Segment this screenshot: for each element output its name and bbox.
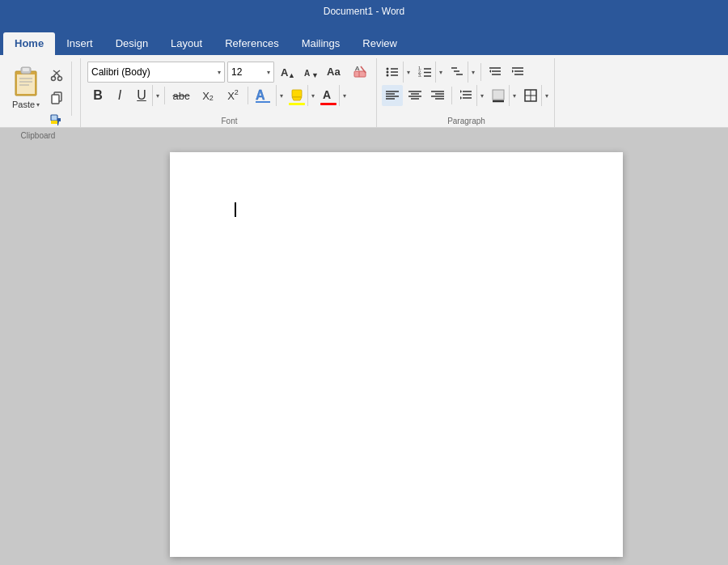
bullet-list-button[interactable]: [382, 62, 403, 83]
svg-point-32: [387, 71, 389, 74]
multilevel-list-button[interactable]: [447, 62, 468, 83]
svg-text:▼: ▼: [311, 71, 318, 79]
font-size-decrease[interactable]: A ▼: [300, 62, 321, 83]
bullet-list-group: ▾: [382, 62, 413, 83]
para-separator-2: [451, 87, 452, 104]
svg-text:A: A: [355, 65, 360, 72]
svg-marker-70: [460, 96, 462, 100]
font-color-dropdown[interactable]: ▾: [339, 85, 349, 106]
clear-format-icon: A: [353, 65, 367, 79]
svg-rect-3: [23, 68, 29, 71]
italic-button[interactable]: I: [109, 85, 130, 106]
highlight-dropdown[interactable]: ▾: [307, 85, 317, 106]
title-bar-text: Document1 - Word: [324, 6, 404, 17]
underline-button[interactable]: U: [131, 85, 152, 106]
svg-rect-16: [51, 121, 57, 124]
svg-marker-49: [489, 70, 491, 73]
align-center-button[interactable]: [404, 85, 425, 106]
font-name-arrow[interactable]: ▾: [218, 69, 221, 76]
change-case-button[interactable]: Aa: [324, 62, 346, 83]
copy-icon: [50, 91, 63, 104]
svg-rect-14: [52, 95, 59, 104]
align-left-icon: [386, 90, 399, 101]
line-spacing-button[interactable]: [455, 85, 476, 106]
svg-text:A: A: [304, 69, 310, 78]
font-size-arrow[interactable]: ▾: [267, 69, 270, 76]
highlight-group: ▾: [286, 85, 317, 106]
tab-design[interactable]: Design: [104, 32, 159, 55]
tab-home[interactable]: Home: [3, 32, 55, 55]
line-spacing-dropdown[interactable]: ▾: [476, 85, 486, 106]
decrease-indent-button[interactable]: [485, 62, 506, 83]
text-effects-button[interactable]: A: [251, 85, 275, 106]
cut-button[interactable]: [45, 65, 68, 86]
svg-marker-69: [460, 90, 462, 93]
svg-point-7: [52, 77, 56, 81]
align-right-button[interactable]: [427, 85, 448, 106]
text-cursor: [235, 202, 236, 217]
svg-line-10: [57, 73, 60, 77]
tab-insert[interactable]: Insert: [55, 32, 104, 55]
multilevel-list-group: ▾: [447, 62, 477, 83]
font-name-selector[interactable]: Calibri (Body) ▾: [87, 62, 225, 83]
line-spacing-icon: [459, 88, 473, 103]
ribbon-bar: Paste ▾: [0, 55, 728, 128]
scissors-icon: [50, 69, 63, 82]
borders-button[interactable]: [520, 85, 541, 106]
bullet-list-icon: [385, 65, 400, 79]
highlight-button[interactable]: [286, 85, 307, 106]
font-color-icon: A: [321, 89, 336, 102]
shading-button[interactable]: [488, 85, 509, 106]
font-color-button[interactable]: A: [318, 85, 339, 106]
font-size-selector[interactable]: 12 ▾: [227, 62, 274, 83]
font-grow-icon: A ▲: [280, 65, 294, 79]
subscript-button[interactable]: X2: [196, 85, 220, 106]
align-center-icon: [408, 90, 421, 101]
paste-button[interactable]: Paste ▾: [8, 62, 44, 111]
svg-rect-71: [493, 90, 504, 100]
superscript-button[interactable]: X2: [221, 85, 245, 106]
increase-indent-icon: [510, 65, 525, 79]
numbered-list-group: 1. 2. 3. ▾: [414, 62, 445, 83]
document-content[interactable]: [235, 201, 558, 525]
underline-dropdown[interactable]: ▾: [152, 85, 162, 106]
para-separator-1: [480, 63, 481, 81]
font-color-group: A ▾: [318, 85, 349, 106]
bullet-list-dropdown[interactable]: ▾: [403, 62, 413, 83]
borders-dropdown[interactable]: ▾: [541, 85, 551, 106]
svg-text:A: A: [256, 88, 265, 102]
format-painter-icon: [50, 114, 63, 127]
text-effects-icon: A: [254, 87, 272, 104]
svg-point-8: [58, 77, 62, 81]
align-right-icon: [431, 90, 444, 101]
clear-formatting-button[interactable]: A: [349, 62, 371, 83]
ribbon-tabs-container: Home Insert Design Layout References Mai…: [0, 23, 728, 55]
shading-icon: [491, 88, 506, 103]
svg-text:▲: ▲: [288, 71, 294, 79]
strikethrough-button[interactable]: abc: [167, 85, 195, 106]
shading-dropdown[interactable]: ▾: [509, 85, 518, 106]
svg-rect-22: [354, 71, 366, 77]
document-page[interactable]: [170, 152, 623, 557]
numbered-list-dropdown[interactable]: ▾: [435, 62, 445, 83]
numbered-list-button[interactable]: 1. 2. 3.: [414, 62, 435, 83]
svg-rect-28: [292, 90, 302, 97]
svg-line-9: [53, 73, 57, 77]
copy-button[interactable]: [45, 87, 68, 108]
change-case-icon: Aa: [327, 65, 343, 79]
multilevel-list-dropdown[interactable]: ▾: [468, 62, 477, 83]
shading-group: ▾: [488, 85, 518, 106]
font-size-increase[interactable]: A ▲: [277, 62, 298, 83]
tab-review[interactable]: Review: [351, 32, 408, 55]
bold-button[interactable]: B: [87, 85, 108, 106]
tab-references[interactable]: References: [214, 32, 290, 55]
paste-label: Paste: [12, 100, 35, 109]
format-painter-button[interactable]: [45, 110, 68, 131]
tab-mailings[interactable]: Mailings: [290, 32, 352, 55]
paste-dropdown-arrow[interactable]: ▾: [36, 101, 40, 108]
borders-icon: [524, 89, 537, 102]
text-effects-dropdown[interactable]: ▾: [276, 85, 286, 106]
increase-indent-button[interactable]: [507, 62, 528, 83]
tab-layout[interactable]: Layout: [159, 32, 214, 55]
align-left-button[interactable]: [382, 85, 403, 106]
